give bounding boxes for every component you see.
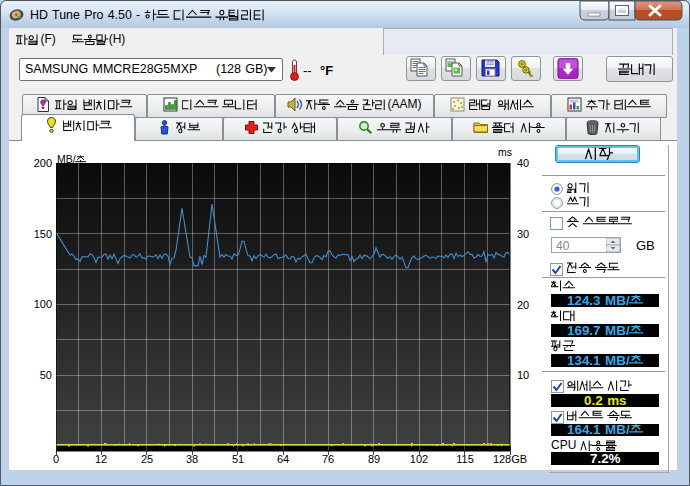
svg-text:164.1: 164.1 xyxy=(567,422,601,437)
svg-text:CPU: CPU xyxy=(551,439,576,452)
svg-text:SAMSUNG: SAMSUNG xyxy=(25,62,88,76)
svg-text:7.2%: 7.2% xyxy=(590,451,621,466)
svg-text:(H): (H) xyxy=(109,33,126,46)
svg-text:134.1: 134.1 xyxy=(567,353,601,368)
svg-text:Tune: Tune xyxy=(52,8,80,22)
svg-text:ms: ms xyxy=(607,393,626,408)
svg-text:4.50: 4.50 xyxy=(108,8,132,22)
svg-text:169.7: 169.7 xyxy=(567,323,601,338)
svg-text:124.3: 124.3 xyxy=(567,293,601,308)
svg-text:(128: (128 xyxy=(216,62,241,76)
svg-text:(AAM): (AAM) xyxy=(388,98,422,111)
svg-text:MB/: MB/ xyxy=(605,323,630,338)
svg-text:(F): (F) xyxy=(41,33,56,46)
svg-text:GB): GB) xyxy=(245,62,267,76)
svg-text:HD: HD xyxy=(30,8,48,22)
svg-text:MB/: MB/ xyxy=(605,293,630,308)
svg-text:-: - xyxy=(136,8,140,22)
svg-text:Pro: Pro xyxy=(84,8,103,22)
svg-text:MB/: MB/ xyxy=(605,353,630,368)
svg-text:0.2: 0.2 xyxy=(584,393,603,408)
svg-text:MMCRE28G5MXP: MMCRE28G5MXP xyxy=(93,62,198,76)
svg-text:MB/: MB/ xyxy=(605,422,630,437)
svg-text:MB/: MB/ xyxy=(57,154,76,165)
